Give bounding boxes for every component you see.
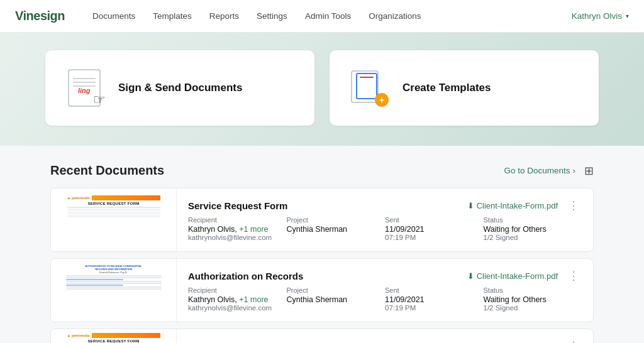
section-title: Recent Documents bbox=[50, 163, 504, 178]
auth-line-4 bbox=[66, 283, 162, 284]
sign-send-card[interactable]: ling ☞ Sign & Send Documents bbox=[45, 50, 314, 126]
srf-thumb-title: SERVICE REQUEST FORM bbox=[67, 202, 160, 205]
more-options-icon[interactable]: ⋮ bbox=[565, 199, 582, 212]
chevron-down-icon: ▾ bbox=[626, 13, 629, 19]
create-templates-icon: + bbox=[350, 68, 390, 108]
recipient-more-link[interactable]: +1 more bbox=[239, 295, 268, 304]
sent-time: 07:19 PM bbox=[385, 234, 484, 241]
auth-line-3 bbox=[66, 281, 162, 282]
recipient-value: Kathryn Olvis, +1 more bbox=[188, 295, 287, 304]
chevron-right-icon: › bbox=[573, 166, 576, 175]
document-thumbnail: ▲ peninsula SERVICE REQUEST FORM bbox=[51, 188, 177, 251]
user-menu[interactable]: Kathryn Olvis ▾ bbox=[572, 11, 629, 21]
doc-top-row: Service Request Form ⬇ Client-Intake-For… bbox=[188, 199, 582, 212]
download-icon: ⬇ bbox=[467, 201, 474, 210]
srf-thumb-content: ▲ peninsula SERVICE REQUEST FORM bbox=[64, 192, 164, 248]
project-label: Project bbox=[287, 216, 386, 224]
hero-section: ling ☞ Sign & Send Documents + Create Te… bbox=[0, 33, 644, 146]
srf-field-1 bbox=[67, 209, 160, 211]
recipient-email: kathrynolvis@filevine.com bbox=[188, 234, 287, 241]
recipient-label: Recipient bbox=[188, 216, 287, 224]
srf2-thumbnail: ▲ peninsula SERVICE REQUEST FORM bbox=[64, 329, 164, 343]
sent-label: Sent bbox=[385, 216, 484, 224]
sent-time: 07:19 PM bbox=[385, 304, 484, 312]
srf-thumb-header: ▲ peninsula bbox=[67, 195, 160, 200]
goto-documents-link[interactable]: Go to Documents › bbox=[504, 166, 575, 175]
file-name: Client-Intake-Form.pdf bbox=[477, 271, 558, 281]
recipient-name: Kathryn Olvis, bbox=[188, 225, 237, 234]
template-inner-shape bbox=[356, 73, 377, 99]
srf-divider bbox=[67, 207, 160, 208]
auth-thumbnail: AUTHORIZATION TO RELEASE CONFIDENTIALREC… bbox=[64, 262, 164, 318]
document-name: Service Request Form bbox=[188, 200, 460, 211]
document-thumbnail: ▲ peninsula SERVICE REQUEST FORM bbox=[51, 329, 177, 343]
status-label: Status bbox=[484, 216, 582, 224]
pen-mark: ling bbox=[78, 87, 91, 94]
auth-thumb-title: AUTHORIZATION TO RELEASE CONFIDENTIALREC… bbox=[66, 264, 162, 271]
project-col: Project Cynthia Sherman bbox=[287, 216, 386, 241]
goto-documents-label: Go to Documents bbox=[504, 166, 570, 175]
auth-line-2 bbox=[66, 277, 162, 278]
hand-icon: ☞ bbox=[93, 92, 106, 108]
doc-top-row: Authorization on Records ⬇ Client-Intake… bbox=[188, 269, 582, 283]
logo: Vinesign bbox=[15, 9, 65, 23]
table-row: AUTHORIZATION TO RELEASE CONFIDENTIALREC… bbox=[50, 258, 594, 322]
documents-list: ▲ peninsula SERVICE REQUEST FORM Service… bbox=[50, 188, 594, 343]
recipient-email: kathrynolvis@filevine.com bbox=[188, 304, 287, 312]
grid-view-icon[interactable]: ⊞ bbox=[584, 164, 594, 178]
nav-links: Documents Templates Reports Settings Adm… bbox=[85, 8, 572, 24]
template-red-line bbox=[360, 77, 374, 78]
project-col: Project Cynthia Sherman bbox=[287, 286, 386, 312]
project-label: Project bbox=[287, 286, 386, 294]
document-name: Service Request 3.23.23 bbox=[188, 341, 460, 344]
project-value: Cynthia Sherman bbox=[287, 295, 386, 304]
peninsula-logo: ▲ peninsula bbox=[67, 196, 90, 200]
document-name: Authorization on Records bbox=[188, 271, 460, 281]
plus-icon: + bbox=[375, 93, 389, 107]
section-header: Recent Documents Go to Documents › ⊞ bbox=[50, 163, 594, 178]
hero-cards: ling ☞ Sign & Send Documents + Create Te… bbox=[45, 50, 599, 126]
status-value: Waiting for Others bbox=[484, 295, 582, 304]
file-download-link[interactable]: ⬇ Client-Intake-Form.pdf bbox=[467, 271, 558, 281]
sent-label: Sent bbox=[385, 286, 484, 294]
status-label: Status bbox=[484, 286, 582, 294]
recipient-label: Recipient bbox=[188, 286, 287, 294]
recipient-more-link[interactable]: +1 more bbox=[239, 225, 268, 234]
nav-reports[interactable]: Reports bbox=[202, 8, 247, 24]
more-options-icon[interactable]: ⋮ bbox=[565, 339, 582, 343]
nav-documents[interactable]: Documents bbox=[85, 8, 143, 24]
create-templates-card[interactable]: + Create Templates bbox=[330, 50, 599, 126]
table-row: ▲ peninsula SERVICE REQUEST FORM Service… bbox=[50, 188, 594, 252]
sign-send-label: Sign & Send Documents bbox=[118, 82, 242, 94]
download-icon: ⬇ bbox=[467, 271, 474, 281]
document-metadata: Recipient Kathryn Olvis, +1 more kathryn… bbox=[188, 286, 582, 312]
sent-col: Sent 11/09/2021 07:19 PM bbox=[385, 286, 484, 312]
status-value: Waiting for Others bbox=[484, 225, 582, 234]
auth-line-6 bbox=[66, 288, 162, 290]
file-download-link[interactable]: ⬇ Client-Intake-Form.pdf bbox=[467, 201, 558, 210]
sent-date: 11/09/2021 bbox=[385, 295, 484, 304]
document-info: Authorization on Records ⬇ Client-Intake… bbox=[177, 259, 593, 322]
status-col: Status Waiting for Others 1/2 Signed bbox=[484, 286, 582, 312]
top-nav: Vinesign Documents Templates Reports Set… bbox=[0, 0, 644, 33]
document-thumbnail: AUTHORIZATION TO RELEASE CONFIDENTIALREC… bbox=[51, 259, 177, 322]
nav-organizations[interactable]: Organizations bbox=[361, 8, 428, 24]
document-info: Service Request 3.23.23 ⬇ Client-Intake-… bbox=[177, 329, 593, 343]
srf2-thumb-header: ▲ peninsula bbox=[67, 333, 160, 338]
orange-bar-2 bbox=[92, 333, 160, 338]
project-value: Cynthia Sherman bbox=[287, 225, 386, 234]
nav-templates[interactable]: Templates bbox=[145, 8, 199, 24]
document-metadata: Recipient Kathryn Olvis, +1 more kathryn… bbox=[188, 216, 582, 241]
srf-thumbnail: ▲ peninsula SERVICE REQUEST FORM bbox=[64, 192, 164, 248]
status-badge: 1/2 Signed bbox=[484, 304, 582, 312]
srf-field-3 bbox=[67, 215, 160, 217]
auth-thumb-lines bbox=[66, 275, 162, 290]
more-options-icon[interactable]: ⋮ bbox=[565, 269, 582, 283]
recipient-value: Kathryn Olvis, +1 more bbox=[188, 225, 287, 234]
sent-date: 11/09/2021 bbox=[385, 225, 484, 234]
create-templates-label: Create Templates bbox=[402, 82, 491, 94]
nav-admin-tools[interactable]: Admin Tools bbox=[297, 8, 358, 24]
doc-top-row: Service Request 3.23.23 ⬇ Client-Intake-… bbox=[188, 339, 582, 343]
auth-link-line-2 bbox=[66, 285, 123, 286]
nav-settings[interactable]: Settings bbox=[249, 8, 295, 24]
